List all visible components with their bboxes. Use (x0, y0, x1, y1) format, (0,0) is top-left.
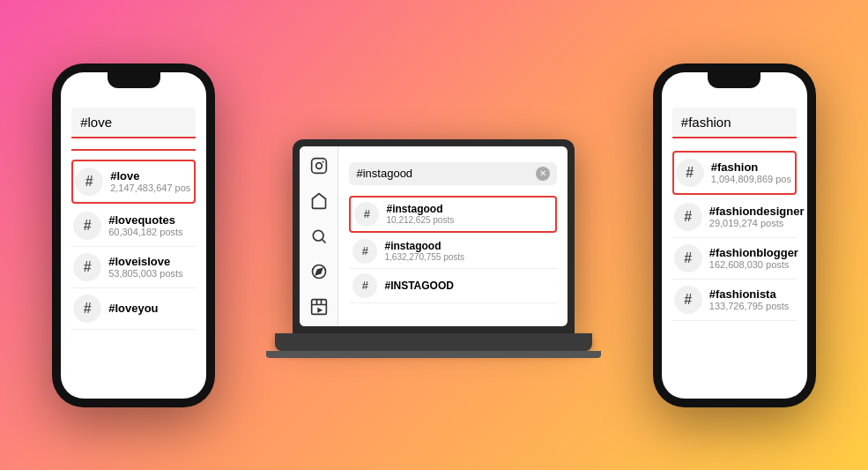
laptop-search-bar-wrap: ✕ (349, 162, 557, 185)
phone-right-search-input[interactable] (672, 108, 797, 138)
svg-rect-7 (312, 299, 327, 314)
laptop-result-2: # #INSTAGOOD (349, 269, 557, 303)
phone-left-result-1: # #lovequotes 60,304,182 posts (71, 205, 196, 247)
svg-marker-6 (315, 268, 322, 274)
hash-right-name-2: #fashionblogger (709, 246, 798, 259)
svg-point-2 (323, 160, 324, 162)
laptop-screen: ✕ # #instagood 10,212,625 posts # #insta… (300, 146, 568, 326)
phone-right-result-1: # #fashiondesigner 29,019,274 posts (672, 197, 797, 238)
sidebar-icon-search[interactable] (307, 224, 331, 249)
hash-right-icon-2: # (674, 244, 702, 272)
phone-left-notch (108, 72, 160, 88)
hash-right-icon-0: # (676, 159, 704, 187)
laptop-base (275, 333, 592, 351)
hash-name-1: #lovequotes (108, 213, 182, 227)
hash-icon-1: # (73, 212, 101, 240)
laptop-wrap: ✕ # #instagood 10,212,625 posts # #insta… (266, 139, 601, 358)
hash-icon-0: # (75, 168, 103, 196)
hash-right-posts-2: 162,608,030 posts (709, 259, 798, 270)
svg-rect-0 (312, 158, 327, 173)
hash-right-icon-1: # (674, 203, 702, 231)
phone-left-result-3: # #loveyou (71, 288, 196, 330)
hash-right-name-3: #fashionista (709, 287, 790, 301)
hash-right-name-0: #fashion (711, 160, 791, 174)
laptop-clear-button[interactable]: ✕ (536, 167, 550, 181)
laptop-body: ✕ # #instagood 10,212,625 posts # #insta… (293, 139, 575, 333)
sidebar-icon-reels[interactable] (307, 295, 331, 319)
laptop-sidebar (300, 146, 338, 326)
laptop-base-bottom (266, 351, 601, 358)
phone-right: # #fashion 1,094,809,869 pos # #fashiond… (653, 63, 816, 407)
svg-point-1 (316, 162, 323, 168)
laptop-hash-name-0: #instagood (386, 203, 454, 215)
sidebar-icon-home[interactable] (307, 189, 331, 213)
hash-icon-3: # (73, 295, 101, 323)
laptop-result-0: # #instagood 10,212,625 posts (349, 196, 557, 233)
svg-point-3 (313, 230, 323, 241)
phone-left-screen: # #love 2,147,483,647 pos # #lovequotes … (61, 72, 206, 399)
laptop-hash-posts-0: 10,212,625 posts (386, 215, 454, 225)
laptop-search-input[interactable] (356, 167, 530, 180)
laptop-hash-icon-2: # (352, 273, 377, 298)
phone-left-result-0: # #love 2,147,483,647 pos (71, 160, 196, 204)
laptop-hash-posts-1: 1,632,270,755 posts (384, 252, 464, 262)
laptop-result-1: # #instagood 1,632,270,755 posts (349, 235, 557, 269)
hash-posts-1: 60,304,182 posts (108, 227, 182, 237)
phone-right-notch (708, 72, 760, 88)
hash-name-2: #loveislove (108, 255, 182, 268)
laptop-hash-name-1: #instagood (384, 240, 464, 252)
laptop-hash-name-2: #INSTAGOOD (384, 280, 453, 292)
laptop-main: ✕ # #instagood 10,212,625 posts # #insta… (338, 146, 568, 326)
sidebar-icon-compass[interactable] (307, 259, 331, 284)
hash-name-0: #love (110, 169, 190, 183)
hash-posts-2: 53,805,003 posts (108, 268, 182, 279)
phone-right-result-2: # #fashionblogger 162,608,030 posts (672, 238, 797, 280)
hash-right-posts-3: 133,726,795 posts (709, 301, 790, 311)
svg-line-4 (323, 239, 326, 242)
hash-right-posts-1: 29,019,274 posts (709, 218, 805, 228)
phone-left-divider (71, 149, 196, 151)
phone-right-result-3: # #fashionista 133,726,795 posts (672, 280, 797, 321)
phone-left: # #love 2,147,483,647 pos # #lovequotes … (52, 63, 215, 407)
hash-posts-0: 2,147,483,647 pos (110, 183, 190, 193)
hash-icon-2: # (73, 253, 101, 281)
hash-right-icon-3: # (674, 286, 702, 314)
phone-right-result-0: # #fashion 1,094,809,869 pos (672, 151, 797, 195)
laptop-hash-icon-0: # (354, 202, 379, 227)
hash-right-posts-0: 1,094,809,869 pos (711, 174, 791, 184)
laptop-hash-icon-1: # (352, 239, 377, 264)
hash-name-3: #loveyou (108, 302, 158, 315)
phone-left-result-2: # #loveislove 53,805,003 posts (71, 247, 196, 288)
hash-right-name-1: #fashiondesigner (709, 205, 805, 218)
svg-marker-11 (317, 307, 323, 312)
sidebar-icon-instagram (307, 153, 331, 178)
phone-left-search-input[interactable] (71, 108, 196, 138)
phone-right-screen: # #fashion 1,094,809,869 pos # #fashiond… (662, 72, 807, 399)
